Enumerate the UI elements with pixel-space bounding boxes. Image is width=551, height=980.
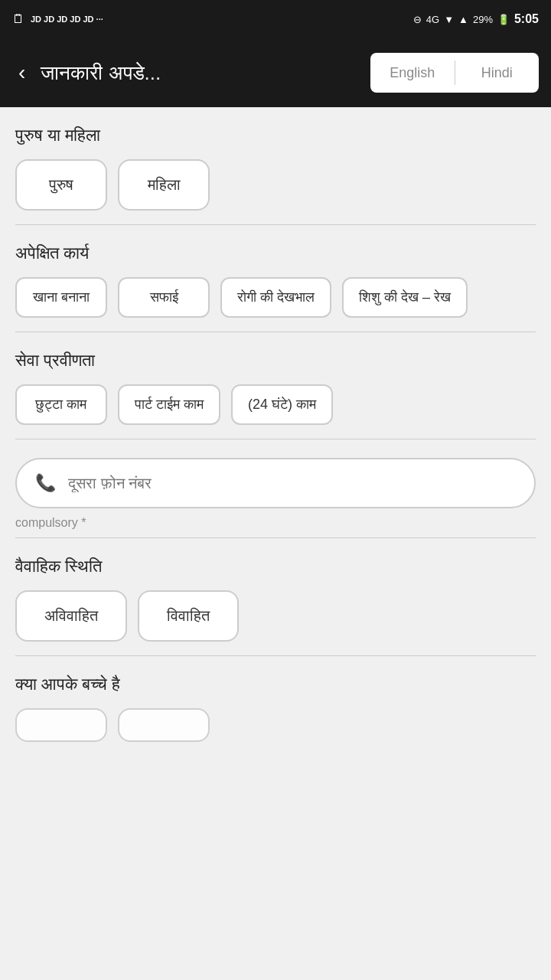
divider-1: [15, 224, 536, 225]
hindi-lang-button[interactable]: Hindi: [455, 53, 540, 93]
content-area: पुरुष या महिला पुरुष महिला अपेक्षित कार्…: [0, 107, 551, 774]
children-section: क्या आपके बच्चे है: [15, 675, 536, 742]
female-button[interactable]: महिला: [118, 159, 210, 211]
unmarried-button[interactable]: अविवाहित: [15, 590, 127, 642]
gender-options: पुरुष महिला: [15, 159, 536, 211]
status-right: ⊖ 4G ▼ ▲ 29% 🔋 5:05: [413, 12, 539, 26]
cleaning-button[interactable]: सफाई: [118, 277, 210, 318]
battery-label: 29%: [473, 14, 493, 25]
time-label: 5:05: [514, 12, 539, 26]
page-title: जानकारी अपडे...: [41, 61, 361, 85]
married-button[interactable]: विवाहित: [138, 590, 239, 642]
service-options: छुट्टा काम पार्ट टाईम काम (24 घंटे) काम: [15, 384, 536, 425]
phone-section: 📞 compulsory *: [15, 458, 536, 530]
gender-label: पुरुष या महिला: [15, 126, 536, 145]
work-label: अपेक्षित कार्य: [15, 243, 536, 263]
divider-4: [15, 537, 536, 538]
status-left: 🗒 JD JD JD JD JD ···: [12, 12, 103, 26]
divider-5: [15, 655, 536, 656]
children-options: [15, 708, 536, 742]
fulltime-button[interactable]: (24 घंटे) काम: [231, 384, 333, 425]
network-icon: ▲: [458, 14, 468, 25]
nav-bar: ‹ जानकारी अपडे... English Hindi: [0, 38, 551, 107]
patient-care-button[interactable]: रोगी की देखभाल: [220, 277, 331, 318]
status-bar: 🗒 JD JD JD JD JD ··· ⊖ 4G ▼ ▲ 29% 🔋 5:05: [0, 0, 551, 38]
work-section: अपेक्षित कार्य खाना बनाना सफाई रोगी की द…: [15, 243, 536, 318]
marital-section: वैवाहिक स्थिति अविवाहित विवाहित: [15, 557, 536, 642]
gender-section: पुरुष या महिला पुरुष महिला: [15, 126, 536, 211]
part-time-button[interactable]: पार्ट टाईम काम: [118, 384, 220, 425]
battery-icon: 🔋: [497, 14, 510, 25]
back-button[interactable]: ‹: [12, 54, 31, 91]
casual-work-button[interactable]: छुट्टा काम: [15, 384, 107, 425]
divider-3: [15, 439, 536, 439]
compulsory-label: compulsory *: [15, 516, 536, 530]
do-not-disturb-icon: ⊖: [413, 14, 422, 25]
service-section: सेवा प्रवीणता छुट्टा काम पार्ट टाईम काम …: [15, 351, 536, 425]
back-icon: ‹: [18, 60, 25, 84]
work-options: खाना बनाना सफाई रोगी की देखभाल शिशु की द…: [15, 277, 536, 318]
language-switcher: English Hindi: [370, 53, 539, 93]
wifi-icon: ▼: [444, 14, 454, 25]
copy-icon: 🗒: [12, 12, 24, 26]
phone-icon: 📞: [35, 473, 56, 493]
phone-input-wrapper: 📞: [15, 458, 536, 508]
jd-icons: JD JD JD JD JD ···: [31, 15, 103, 24]
male-button[interactable]: पुरुष: [15, 159, 107, 211]
marital-label: वैवाहिक स्थिति: [15, 557, 536, 577]
cooking-button[interactable]: खाना बनाना: [15, 277, 107, 318]
children-option-2[interactable]: [118, 708, 210, 742]
children-label: क्या आपके बच्चे है: [15, 675, 536, 694]
marital-options: अविवाहित विवाहित: [15, 590, 536, 642]
english-lang-button[interactable]: English: [370, 53, 455, 93]
child-care-button[interactable]: शिशु की देख – रेख: [342, 277, 468, 318]
service-label: सेवा प्रवीणता: [15, 351, 536, 371]
signal-label: 4G: [426, 14, 439, 25]
phone-input[interactable]: [68, 475, 516, 492]
children-option-1[interactable]: [15, 708, 107, 742]
divider-2: [15, 332, 536, 332]
